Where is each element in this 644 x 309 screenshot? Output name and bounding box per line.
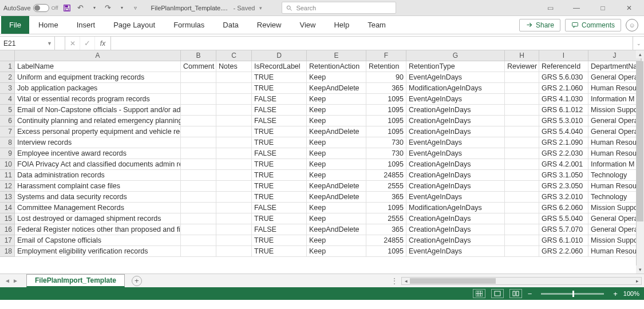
column-header[interactable]: B — [181, 50, 216, 61]
cell[interactable]: Lost destroyed or damaged shipment recor… — [15, 213, 181, 224]
cell[interactable]: Uniform and equipment tracking records — [15, 72, 181, 83]
cell[interactable]: Comment — [181, 61, 216, 72]
cell[interactable] — [505, 116, 539, 126]
cell[interactable]: CreationAgeInDays — [406, 170, 505, 181]
cell[interactable] — [181, 137, 216, 148]
cell[interactable] — [181, 105, 216, 116]
cell[interactable] — [505, 137, 539, 148]
cell[interactable] — [181, 181, 216, 192]
row-header[interactable]: 3 — [0, 83, 15, 94]
cell[interactable]: EventAgeInDays — [406, 137, 505, 148]
cell[interactable]: GRS 5.5.040 — [539, 213, 588, 224]
cell[interactable] — [216, 159, 252, 170]
cell[interactable]: Notes — [216, 61, 252, 72]
cell[interactable]: ModificationAgeInDays — [406, 203, 505, 213]
column-header[interactable]: H — [505, 50, 539, 61]
cell[interactable]: ModificationAgeInDays — [406, 83, 505, 94]
column-header[interactable]: C — [216, 50, 252, 61]
tab-help[interactable]: Help — [325, 16, 358, 34]
cell[interactable] — [505, 72, 539, 83]
sheet-prev-icon[interactable]: ◄ — [3, 278, 11, 284]
row-header[interactable]: 2 — [0, 72, 15, 83]
cell[interactable] — [505, 203, 539, 213]
cell[interactable]: Reviewer — [505, 61, 539, 72]
cell[interactable]: Harassment complaint case files — [15, 181, 181, 192]
cell[interactable] — [505, 105, 539, 116]
cell[interactable] — [181, 83, 216, 94]
cell[interactable]: General Opera — [588, 126, 641, 137]
cell[interactable]: TRUE — [252, 126, 307, 137]
column-header[interactable]: A — [15, 50, 181, 61]
ribbon-display-icon[interactable]: ▭ — [539, 0, 562, 16]
enter-icon[interactable]: ✓ — [80, 37, 95, 50]
cell[interactable]: Email of Capstone officials — [15, 235, 181, 246]
cell[interactable]: FALSE — [252, 203, 307, 213]
cell[interactable]: TRUE — [252, 159, 307, 170]
cell[interactable] — [216, 126, 252, 137]
cell[interactable]: Mission Suppo — [588, 203, 641, 213]
cell[interactable]: 365 — [366, 224, 406, 235]
cell[interactable]: Keep — [307, 170, 366, 181]
row-header[interactable]: 12 — [0, 181, 15, 192]
cell[interactable]: 2555 — [366, 181, 406, 192]
row-header[interactable]: 15 — [0, 213, 15, 224]
cell[interactable] — [216, 203, 252, 213]
column-header[interactable]: G — [406, 50, 505, 61]
cell[interactable]: Keep — [307, 137, 366, 148]
cell[interactable] — [505, 246, 539, 257]
scroll-left-icon[interactable]: ◂ — [402, 278, 410, 284]
account-icon[interactable]: ☺ — [626, 19, 638, 31]
undo-icon[interactable]: ↶ — [76, 3, 86, 13]
row-header[interactable]: 9 — [0, 148, 15, 159]
cell[interactable]: CreationAgeInDays — [406, 159, 505, 170]
cell[interactable] — [181, 246, 216, 257]
cell[interactable]: Keep — [307, 246, 366, 257]
name-box[interactable]: E21 ▼ — [0, 37, 55, 50]
tab-file[interactable]: File — [1, 16, 29, 34]
cell[interactable]: EventAgeInDays — [406, 192, 505, 203]
row-header[interactable]: 10 — [0, 159, 15, 170]
cell[interactable]: Information M — [588, 94, 641, 105]
row-header[interactable]: 11 — [0, 170, 15, 181]
cell[interactable]: EventAgeInDays — [406, 246, 505, 257]
cell[interactable]: TRUE — [252, 72, 307, 83]
row-header[interactable]: 4 — [0, 94, 15, 105]
cell[interactable] — [216, 148, 252, 159]
row-header[interactable]: 6 — [0, 116, 15, 126]
column-header[interactable]: E — [307, 50, 366, 61]
cell[interactable]: Systems and data security records — [15, 192, 181, 203]
comments-button[interactable]: Comments — [565, 19, 621, 31]
cell[interactable] — [216, 246, 252, 257]
cell[interactable]: Keep — [307, 116, 366, 126]
cell[interactable] — [181, 159, 216, 170]
cell[interactable] — [181, 224, 216, 235]
view-normal-icon[interactable] — [473, 289, 485, 298]
cell[interactable]: 730 — [366, 137, 406, 148]
cell[interactable]: GRS 3.1.050 — [539, 170, 588, 181]
cell[interactable]: Keep — [307, 159, 366, 170]
cell[interactable]: Technology — [588, 192, 641, 203]
cell[interactable]: TRUE — [252, 170, 307, 181]
cell[interactable]: TRUE — [252, 246, 307, 257]
cell[interactable]: GRS 5.4.040 — [539, 126, 588, 137]
cell[interactable]: CreationAgeInDays — [406, 235, 505, 246]
cell[interactable] — [216, 213, 252, 224]
cell[interactable] — [216, 83, 252, 94]
cell[interactable]: GRS 6.2.060 — [539, 203, 588, 213]
cell[interactable]: CreationAgeInDays — [406, 224, 505, 235]
cell[interactable]: Employment eligibility verification reco… — [15, 246, 181, 257]
cell[interactable]: GRS 2.3.050 — [539, 181, 588, 192]
redo-more-icon[interactable]: ▾ — [117, 3, 127, 13]
tab-formulas[interactable]: Formulas — [164, 16, 214, 34]
cell[interactable]: Technology — [588, 170, 641, 181]
cell[interactable]: Retention — [366, 61, 406, 72]
cell[interactable]: Keep — [307, 72, 366, 83]
cell[interactable]: General Opera — [588, 224, 641, 235]
cell[interactable] — [505, 181, 539, 192]
cell[interactable]: TRUE — [252, 137, 307, 148]
row-header[interactable]: 8 — [0, 137, 15, 148]
cell[interactable]: Keep — [307, 235, 366, 246]
view-page-layout-icon[interactable] — [491, 289, 504, 298]
cell[interactable]: Keep — [307, 203, 366, 213]
column-header[interactable]: F — [366, 50, 406, 61]
